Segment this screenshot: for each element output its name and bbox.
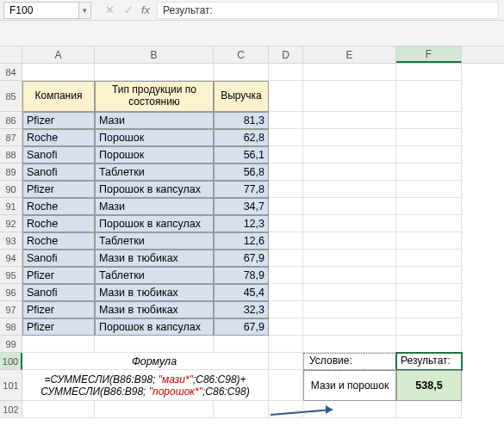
cell[interactable] (214, 64, 269, 81)
cell[interactable]: 45,4 (214, 284, 269, 301)
cell[interactable] (396, 146, 462, 164)
cell[interactable] (269, 232, 303, 250)
cell[interactable] (214, 336, 269, 353)
cell[interactable] (269, 401, 303, 418)
cell[interactable]: Таблетки (95, 267, 214, 284)
cell[interactable]: Roche (22, 198, 95, 215)
col-head-D[interactable]: D (269, 46, 303, 63)
cell[interactable] (396, 112, 462, 129)
cell[interactable]: 12,6 (214, 232, 269, 250)
cell[interactable]: Мази (95, 112, 214, 129)
enter-icon[interactable]: ✓ (119, 1, 138, 20)
formula-bar-input[interactable]: Результат: (157, 2, 499, 19)
row-head[interactable]: 87 (0, 129, 22, 146)
cell[interactable] (396, 232, 462, 250)
cell[interactable]: Pfizer (22, 301, 95, 318)
row-head[interactable]: 90 (0, 181, 22, 198)
cell[interactable] (396, 250, 462, 267)
row-head[interactable]: 92 (0, 215, 22, 232)
cell[interactable] (396, 181, 462, 198)
cell[interactable] (303, 181, 396, 198)
cell[interactable] (303, 129, 396, 146)
row-head[interactable]: 85 (0, 81, 22, 112)
cell[interactable] (303, 215, 396, 232)
cell[interactable]: Мази в тюбиках (95, 301, 214, 318)
cell[interactable]: Roche (22, 129, 95, 146)
cell[interactable] (22, 401, 95, 418)
cell[interactable] (269, 215, 303, 232)
cell[interactable] (303, 336, 396, 353)
cond-value[interactable]: Мази и порошок (303, 370, 396, 401)
cell[interactable]: Pfizer (22, 112, 95, 129)
col-head-E[interactable]: E (303, 46, 396, 63)
row-head[interactable]: 95 (0, 267, 22, 284)
name-box-dropdown[interactable]: ▾ (79, 2, 91, 19)
cell[interactable]: Мази в тюбиках (95, 284, 214, 301)
cell[interactable] (303, 232, 396, 250)
cell[interactable] (396, 301, 462, 318)
cell[interactable] (269, 353, 303, 370)
cell[interactable]: 62,8 (214, 129, 269, 146)
cell[interactable] (396, 401, 462, 418)
col-head-B[interactable]: B (95, 46, 214, 63)
cell[interactable] (396, 284, 462, 301)
cell[interactable] (303, 267, 396, 284)
cell[interactable] (303, 198, 396, 215)
worksheet[interactable]: A B C D E F 84 85 Компания Тип продукции… (0, 46, 504, 418)
cell[interactable] (214, 353, 269, 370)
fx-icon[interactable]: fx (138, 1, 157, 20)
row-head[interactable]: 93 (0, 232, 22, 250)
formula-title-cell[interactable] (22, 353, 95, 370)
row-head[interactable]: 89 (0, 164, 22, 181)
cell[interactable] (95, 401, 214, 418)
cell[interactable]: Таблетки (95, 164, 214, 181)
cell[interactable] (269, 301, 303, 318)
cell[interactable] (303, 284, 396, 301)
cell[interactable]: 78,9 (214, 267, 269, 284)
cell[interactable] (269, 250, 303, 267)
cell[interactable] (214, 401, 269, 418)
cell[interactable]: Sanofi (22, 164, 95, 181)
cell[interactable] (303, 146, 396, 164)
cell[interactable] (269, 112, 303, 129)
cell[interactable] (396, 198, 462, 215)
cell[interactable] (303, 112, 396, 129)
select-all-corner[interactable] (0, 46, 22, 63)
cell[interactable] (396, 81, 462, 112)
cell[interactable] (396, 164, 462, 181)
row-head[interactable]: 88 (0, 146, 22, 164)
row-head[interactable]: 100 (0, 353, 22, 370)
cell[interactable]: 34,7 (214, 198, 269, 215)
table-header-type[interactable]: Тип продукции по состоянию (95, 81, 214, 112)
cond-label[interactable]: Условие: (303, 353, 396, 370)
cell[interactable]: Sanofi (22, 284, 95, 301)
cell[interactable] (303, 64, 396, 81)
cell[interactable] (303, 250, 396, 267)
cell[interactable] (269, 284, 303, 301)
formula-cell[interactable]: =СУММЕСЛИ(B86:B98; "мази*";C86:C98)+ СУМ… (22, 370, 269, 401)
cell[interactable] (303, 164, 396, 181)
cell[interactable] (269, 164, 303, 181)
cell[interactable]: Pfizer (22, 318, 95, 336)
cell[interactable] (303, 318, 396, 336)
cell[interactable]: Мази в тюбиках (95, 250, 214, 267)
cell[interactable] (95, 64, 214, 81)
cell[interactable]: 77,8 (214, 181, 269, 198)
cell[interactable] (396, 318, 462, 336)
cancel-icon[interactable]: ✕ (100, 1, 119, 20)
row-head[interactable]: 86 (0, 112, 22, 129)
cell[interactable] (269, 129, 303, 146)
cell[interactable]: Порошок (95, 129, 214, 146)
cell[interactable]: Порошок в капсулах (95, 318, 214, 336)
col-head-C[interactable]: C (214, 46, 269, 63)
cell[interactable] (303, 401, 396, 418)
cell[interactable] (269, 81, 303, 112)
result-label[interactable]: Результат: (396, 353, 462, 370)
cell[interactable] (269, 336, 303, 353)
cell[interactable]: 56,1 (214, 146, 269, 164)
row-head[interactable]: 96 (0, 284, 22, 301)
cell[interactable]: Таблетки (95, 232, 214, 250)
table-header-rev[interactable]: Выручка (214, 81, 269, 112)
row-head[interactable]: 98 (0, 318, 22, 336)
row-head[interactable]: 94 (0, 250, 22, 267)
